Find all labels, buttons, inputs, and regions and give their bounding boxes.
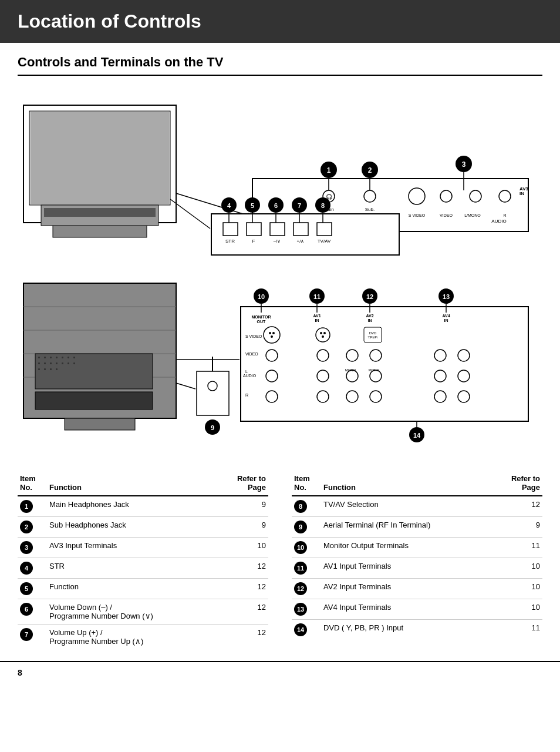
item-number-cell: 9	[292, 517, 321, 538]
svg-point-112	[323, 332, 326, 334]
svg-text:Sub.: Sub.	[365, 207, 375, 212]
table-row: 12AV2 Input Terminals10	[292, 579, 542, 599]
svg-text:IN: IN	[368, 318, 372, 323]
svg-point-131	[346, 391, 358, 402]
svg-text:AV1: AV1	[313, 314, 321, 318]
svg-text:S VIDEO: S VIDEO	[245, 334, 262, 338]
page-cell: 10	[507, 599, 542, 620]
item-number-cell: 13	[292, 599, 321, 620]
item-number-badge: 4	[20, 562, 33, 575]
svg-point-109	[271, 335, 273, 338]
svg-point-106	[264, 327, 280, 343]
svg-point-110	[316, 328, 330, 342]
col-function-right: Function	[321, 473, 507, 496]
function-cell: AV1 Input Terminals	[321, 558, 507, 579]
item-number-badge: 13	[294, 603, 307, 616]
svg-rect-75	[50, 362, 52, 364]
page-header: Location of Controls	[0, 0, 560, 43]
page-title: Location of Controls	[18, 11, 542, 32]
item-number-cell: 2	[18, 517, 47, 538]
function-cell: Volume Up (+) / Programme Number Up (∧)	[47, 625, 233, 650]
page-cell: 11	[507, 538, 542, 558]
function-cell: STR	[47, 558, 233, 579]
function-cell: AV3 Input Terminals	[47, 538, 233, 558]
col-item-no-left: ItemNo.	[18, 473, 47, 496]
svg-rect-77	[62, 362, 63, 364]
svg-point-121	[434, 350, 446, 361]
svg-text:11: 11	[313, 293, 321, 300]
svg-point-20	[364, 190, 376, 202]
svg-rect-74	[44, 362, 46, 364]
svg-point-120	[370, 350, 382, 361]
svg-point-113	[322, 335, 324, 338]
svg-line-91	[176, 383, 195, 389]
page-cell: 12	[233, 558, 268, 579]
table-row: 3AV3 Input Terminals10	[18, 538, 268, 558]
item-number-badge: 6	[20, 603, 33, 616]
item-number-cell: 8	[292, 496, 321, 517]
item-number-cell: 1	[18, 496, 47, 517]
svg-text:AV2: AV2	[366, 314, 373, 318]
svg-point-132	[370, 391, 382, 402]
svg-text:L: L	[245, 370, 248, 374]
svg-rect-55	[294, 223, 308, 236]
svg-point-133	[434, 391, 446, 402]
item-number-badge: 12	[294, 582, 307, 595]
svg-point-28	[499, 190, 511, 202]
function-cell: DVD ( Y, PB, PR ) Input	[321, 620, 507, 640]
left-function-table: ItemNo. Function Refer toPage 1Main Head…	[18, 473, 268, 649]
svg-point-107	[269, 332, 271, 334]
col-item-no-right: ItemNo.	[292, 473, 321, 496]
svg-text:MONO: MONO	[345, 368, 356, 372]
table-row: 2Sub Headphones Jack9	[18, 517, 268, 538]
svg-point-88	[208, 381, 217, 391]
item-number-cell: 11	[292, 558, 321, 579]
bottom-diagram: 9 MONITOR OUT AV1 IN AV2 IN AV4 IN S VID…	[18, 271, 542, 455]
table-row: 6Volume Down (–) / Programme Number Down…	[18, 599, 268, 625]
col-refer-right: Refer toPage	[507, 473, 542, 496]
bottom-diagram-svg: 9 MONITOR OUT AV1 IN AV2 IN AV4 IN S VID…	[18, 271, 542, 454]
svg-text:AUDIO: AUDIO	[491, 219, 506, 224]
page-cell: 10	[507, 558, 542, 579]
table-row: 11AV1 Input Terminals10	[292, 558, 542, 579]
svg-text:3: 3	[462, 160, 466, 169]
svg-text:6: 6	[274, 202, 278, 209]
svg-rect-79	[73, 362, 75, 364]
function-cell: Main Headphones Jack	[47, 496, 233, 517]
item-number-badge: 11	[294, 562, 307, 575]
svg-point-130	[317, 391, 329, 402]
top-diagram-svg: 1 2 3 🎧 Main Sub.	[18, 88, 542, 258]
svg-rect-65	[35, 354, 153, 389]
page-cell: 12	[233, 599, 268, 625]
svg-text:R: R	[503, 213, 506, 217]
svg-rect-86	[197, 371, 229, 415]
svg-text:8: 8	[321, 202, 325, 209]
svg-text:–/∨: –/∨	[274, 239, 281, 244]
item-number-badge: 10	[294, 541, 307, 554]
item-number-badge: 5	[20, 582, 33, 595]
svg-rect-76	[56, 362, 58, 364]
function-cell: AV2 Input Terminals	[321, 579, 507, 599]
svg-point-117	[266, 350, 278, 361]
svg-text:MONITOR: MONITOR	[252, 315, 271, 319]
svg-text:MONO: MONO	[369, 368, 380, 372]
table-row: 8TV/AV Selection12	[292, 496, 542, 517]
svg-text:DVD: DVD	[369, 331, 377, 335]
svg-text:L/MONO: L/MONO	[464, 213, 481, 217]
page-cell: 11	[507, 620, 542, 640]
svg-rect-84	[35, 392, 153, 409]
svg-rect-72	[73, 357, 75, 358]
svg-text:VIDEO: VIDEO	[440, 213, 453, 217]
svg-text:14: 14	[413, 432, 421, 439]
page-cell: 12	[233, 579, 268, 599]
svg-point-22	[409, 188, 425, 204]
item-number-cell: 14	[292, 620, 321, 640]
item-number-badge: 3	[20, 541, 33, 554]
svg-point-125	[346, 370, 358, 382]
svg-point-122	[458, 350, 470, 361]
svg-rect-57	[317, 223, 332, 236]
page-footer: 8	[0, 661, 560, 683]
svg-text:+/∧: +/∧	[297, 239, 305, 244]
svg-rect-69	[56, 357, 58, 358]
right-table-half: ItemNo. Function Refer toPage 8TV/AV Sel…	[292, 473, 542, 649]
